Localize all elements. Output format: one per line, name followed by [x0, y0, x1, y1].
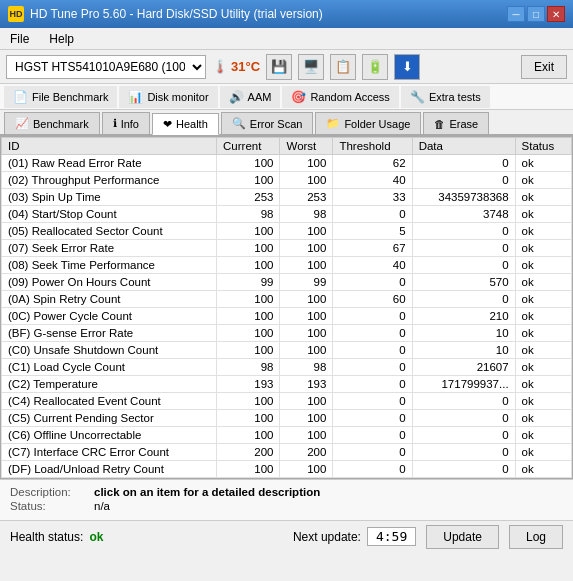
- aam-button[interactable]: 🔊 AAM: [220, 86, 281, 108]
- minimize-button[interactable]: ─: [507, 6, 525, 22]
- table-row[interactable]: (BF) G-sense Error Rate100100010ok: [2, 325, 572, 342]
- hdd-icon-btn-5[interactable]: ⬇: [394, 54, 420, 80]
- cell-status: ok: [515, 444, 571, 461]
- table-row[interactable]: (C1) Load Cycle Count9898021607ok: [2, 359, 572, 376]
- tab-benchmark[interactable]: 📈 Benchmark: [4, 112, 100, 134]
- cell-current: 100: [217, 410, 280, 427]
- cell-threshold: 0: [333, 274, 412, 291]
- table-row[interactable]: (C6) Offline Uncorrectable10010000ok: [2, 427, 572, 444]
- table-row[interactable]: (DF) Load/Unload Retry Count10010000ok: [2, 461, 572, 478]
- cell-worst: 193: [280, 376, 333, 393]
- cell-worst: 100: [280, 308, 333, 325]
- tab-error-scan[interactable]: 🔍 Error Scan: [221, 112, 314, 134]
- cell-status: ok: [515, 274, 571, 291]
- cell-id: (C6) Offline Uncorrectable: [2, 427, 217, 444]
- device-select[interactable]: HGST HTS541010A9E680 (1000 gB): [6, 55, 206, 79]
- cell-id: (DF) Load/Unload Retry Count: [2, 461, 217, 478]
- cell-id: (C1) Load Cycle Count: [2, 359, 217, 376]
- cell-threshold: 40: [333, 172, 412, 189]
- tab-folder-usage[interactable]: 📁 Folder Usage: [315, 112, 421, 134]
- col-worst: Worst: [280, 138, 333, 155]
- table-row[interactable]: (03) Spin Up Time2532533334359738368ok: [2, 189, 572, 206]
- table-row[interactable]: (05) Reallocated Sector Count10010050ok: [2, 223, 572, 240]
- cell-threshold: 0: [333, 444, 412, 461]
- cell-data: 570: [412, 274, 515, 291]
- cell-data: 21607: [412, 359, 515, 376]
- table-row[interactable]: (09) Power On Hours Count99990570ok: [2, 274, 572, 291]
- table-row[interactable]: (C2) Temperature1931930171799937...ok: [2, 376, 572, 393]
- cell-id: (BF) G-sense Error Rate: [2, 325, 217, 342]
- cell-id: (0C) Power Cycle Count: [2, 308, 217, 325]
- cell-data: 0: [412, 410, 515, 427]
- cell-current: 100: [217, 308, 280, 325]
- status-label: Status:: [10, 500, 90, 512]
- hdd-icon-btn-3[interactable]: 📋: [330, 54, 356, 80]
- cell-data: 0: [412, 223, 515, 240]
- table-row[interactable]: (C7) Interface CRC Error Count20020000ok: [2, 444, 572, 461]
- cell-threshold: 67: [333, 240, 412, 257]
- cell-worst: 98: [280, 206, 333, 223]
- title-bar-controls: ─ □ ✕: [507, 6, 565, 22]
- table-row[interactable]: (C0) Unsafe Shutdown Count100100010ok: [2, 342, 572, 359]
- close-button[interactable]: ✕: [547, 6, 565, 22]
- window-title: HD Tune Pro 5.60 - Hard Disk/SSD Utility…: [30, 7, 323, 21]
- cell-id: (C4) Reallocated Event Count: [2, 393, 217, 410]
- cell-current: 98: [217, 206, 280, 223]
- random-access-button[interactable]: 🎯 Random Access: [282, 86, 398, 108]
- table-row[interactable]: (08) Seek Time Performance100100400ok: [2, 257, 572, 274]
- description-label: Description:: [10, 486, 90, 498]
- hdd-icon-btn-1[interactable]: 💾: [266, 54, 292, 80]
- cell-worst: 100: [280, 461, 333, 478]
- cell-threshold: 0: [333, 359, 412, 376]
- file-benchmark-icon: 📄: [13, 90, 28, 104]
- table-row[interactable]: (0A) Spin Retry Count100100600ok: [2, 291, 572, 308]
- tab-info[interactable]: ℹ Info: [102, 112, 150, 134]
- cell-data: 0: [412, 427, 515, 444]
- exit-button[interactable]: Exit: [521, 55, 567, 79]
- cell-id: (01) Raw Read Error Rate: [2, 155, 217, 172]
- cell-data: 0: [412, 291, 515, 308]
- cell-data: 10: [412, 325, 515, 342]
- menu-file[interactable]: File: [4, 30, 35, 48]
- disk-monitor-button[interactable]: 📊 Disk monitor: [119, 86, 217, 108]
- cell-status: ok: [515, 410, 571, 427]
- menu-help[interactable]: Help: [43, 30, 80, 48]
- next-update-area: Next update: 4:59: [293, 527, 416, 546]
- extra-tests-button[interactable]: 🔧 Extra tests: [401, 86, 490, 108]
- cell-worst: 100: [280, 291, 333, 308]
- cell-data: 10: [412, 342, 515, 359]
- cell-status: ok: [515, 257, 571, 274]
- table-row[interactable]: (07) Seek Error Rate100100670ok: [2, 240, 572, 257]
- info-tab-icon: ℹ: [113, 117, 117, 130]
- log-button[interactable]: Log: [509, 525, 563, 549]
- hdd-icon-btn-4[interactable]: 🔋: [362, 54, 388, 80]
- cell-id: (09) Power On Hours Count: [2, 274, 217, 291]
- cell-status: ok: [515, 155, 571, 172]
- time-display: 4:59: [367, 527, 416, 546]
- cell-current: 100: [217, 240, 280, 257]
- health-table: ID Current Worst Threshold Data Status (…: [1, 137, 572, 478]
- col-id: ID: [2, 138, 217, 155]
- cell-worst: 100: [280, 342, 333, 359]
- cell-current: 100: [217, 223, 280, 240]
- table-row[interactable]: (01) Raw Read Error Rate100100620ok: [2, 155, 572, 172]
- table-row[interactable]: (C4) Reallocated Event Count10010000ok: [2, 393, 572, 410]
- table-row[interactable]: (04) Start/Stop Count989803748ok: [2, 206, 572, 223]
- temperature-display: 🌡️ 31°C: [212, 59, 260, 74]
- file-benchmark-button[interactable]: 📄 File Benchmark: [4, 86, 117, 108]
- table-row[interactable]: (0C) Power Cycle Count1001000210ok: [2, 308, 572, 325]
- maximize-button[interactable]: □: [527, 6, 545, 22]
- cell-id: (C2) Temperature: [2, 376, 217, 393]
- cell-data: 3748: [412, 206, 515, 223]
- table-row[interactable]: (02) Throughput Performance100100400ok: [2, 172, 572, 189]
- table-row[interactable]: (C5) Current Pending Sector10010000ok: [2, 410, 572, 427]
- cell-threshold: 0: [333, 325, 412, 342]
- tab-erase[interactable]: 🗑 Erase: [423, 112, 489, 134]
- tab-health[interactable]: ❤ Health: [152, 113, 219, 135]
- hdd-icon-btn-2[interactable]: 🖥️: [298, 54, 324, 80]
- menu-bar: File Help: [0, 28, 573, 50]
- cell-current: 100: [217, 393, 280, 410]
- cell-id: (03) Spin Up Time: [2, 189, 217, 206]
- update-button[interactable]: Update: [426, 525, 499, 549]
- cell-status: ok: [515, 223, 571, 240]
